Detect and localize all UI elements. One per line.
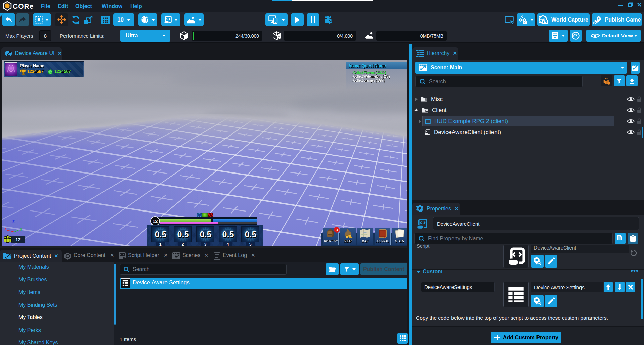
svg-text:X: X	[4, 227, 7, 231]
svg-text:CORe: CORe	[13, 2, 34, 10]
svg-text:Z: Z	[12, 220, 15, 224]
svg-text:Y: Y	[20, 227, 23, 231]
